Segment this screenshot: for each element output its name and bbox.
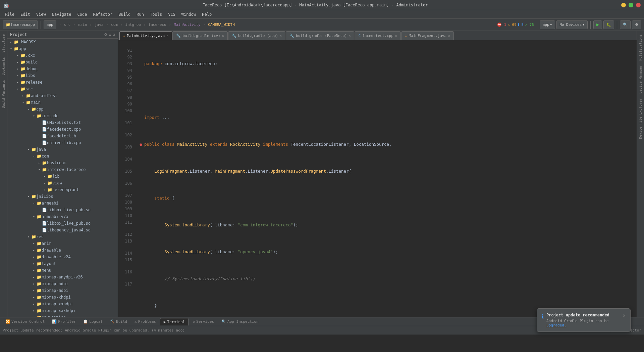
debug-button[interactable]: 🐛 (603, 20, 614, 29)
devices-selector[interactable]: No Devices ▾ (556, 20, 588, 29)
tree-jnilibs[interactable]: ▾ 📁 jniLibs (7, 193, 118, 200)
run-button[interactable]: ▶ (593, 20, 602, 29)
editor-content[interactable]: 91 92 93 94 95 96 97 98 99 100 101 102 1… (118, 40, 637, 317)
bottom-tab-vcs[interactable]: 🔀 Version Control (2, 318, 48, 325)
tree-app[interactable]: ▾ 📁 app (7, 45, 118, 52)
tab-mainactivity-close[interactable]: × (166, 34, 168, 38)
tree-hbstream[interactable]: ▸ 📁 hbstream (7, 160, 118, 166)
tree-libbox-v7a[interactable]: ▸ 📄 libbox_live_pub.so (7, 220, 118, 227)
tab-build-app[interactable]: 🔧 build.gradle (app) × (228, 31, 285, 40)
bottom-tab-logcat[interactable]: 📋 Logcat (80, 318, 106, 325)
tree-com[interactable]: ▾ 📁 com (7, 153, 118, 160)
tree-include[interactable]: ▾ 📁 include (7, 113, 118, 119)
tree-debug[interactable]: ▸ 📁 debug (7, 65, 118, 72)
tree-native-lib[interactable]: ▸ 📄 native-lib.cpp (7, 139, 118, 146)
menu-code[interactable]: Code (75, 11, 90, 17)
bottom-tab-profiler[interactable]: 📊 Profiler (49, 318, 79, 325)
build-label: Build (116, 319, 127, 324)
tree-mipmap-hdpi[interactable]: ▸ 📁 mipmap-hdpi (7, 280, 118, 287)
menu-view[interactable]: View (34, 11, 49, 17)
build-variants-panel-btn[interactable]: Build Variants (1, 78, 6, 110)
tree-menu[interactable]: ▸ 📁 menu (7, 267, 118, 274)
minimize-button[interactable]: ─ (621, 3, 626, 7)
tree-drawable[interactable]: ▸ 📁 drawable (7, 247, 118, 254)
tab-facedetect-cpp-close[interactable]: × (395, 34, 397, 38)
tab-mainfragment-close[interactable]: × (448, 34, 450, 38)
module-selector[interactable]: app (44, 20, 56, 29)
menu-file[interactable]: File (2, 11, 17, 17)
tree-androidtest[interactable]: ▸ 📁 androidTest (7, 92, 118, 99)
tree-mipmap-xxhdpi[interactable]: ▸ 📁 mipmap-xxhdpi (7, 301, 118, 307)
structure-panel-btn[interactable]: Structure (1, 32, 6, 54)
bookmarks-panel-btn[interactable]: Bookmarks (1, 55, 6, 77)
tree-lib[interactable]: ▸ 📁 lib (7, 173, 118, 180)
tab-build-facereco[interactable]: 🔧 build.gradle (FaceReco) × (286, 31, 354, 40)
menu-run[interactable]: Run (134, 11, 147, 17)
tree-intgrow-facereco[interactable]: ▾ 📁 intgrow.facereco (7, 166, 118, 173)
tree-navigation[interactable]: ▸ 📁 navigation (7, 314, 118, 317)
tree-libbox-armeabi[interactable]: ▸ 📄 libbox_live_pub.so (7, 207, 118, 213)
menu-tools[interactable]: Tools (147, 11, 165, 17)
tree-build[interactable]: ▸ 📁 build (7, 59, 118, 65)
tree-mipmap-mdpi[interactable]: ▸ 📁 mipmap-mdpi (7, 287, 118, 294)
tree-res[interactable]: ▾ 📁 res (7, 233, 118, 240)
device-manager-panel-btn[interactable]: Device Manager (638, 63, 643, 95)
bottom-tab-build[interactable]: 🔨 Build (107, 318, 130, 325)
menu-build[interactable]: Build (116, 11, 133, 17)
sync-icon[interactable]: ⟳ (104, 32, 108, 37)
tab-build-app-close[interactable]: × (280, 34, 282, 38)
tree-drawable-v24[interactable]: ▸ 📁 drawable-v24 (7, 254, 118, 260)
tree-cxx[interactable]: ▸ 📁 .cxx (7, 52, 118, 59)
device-file-explorer-panel-btn[interactable]: Device File Explorer (638, 96, 643, 141)
tree-armeabi[interactable]: ▾ 📁 armeabi (7, 200, 118, 207)
folder-app-icon: 📁 (13, 46, 19, 51)
tree-serenegiant[interactable]: ▸ 📁 serenegiant (7, 186, 118, 193)
tab-build-cv-close[interactable]: × (222, 34, 224, 38)
bottom-tab-services[interactable]: ⚙ Services (189, 318, 217, 325)
tree-facedetect-cpp[interactable]: ▸ 📄 facedetect.cpp (7, 126, 118, 133)
bottom-tab-problems[interactable]: ⚠ Problems (131, 318, 159, 325)
menu-navigate[interactable]: Navigate (49, 11, 74, 17)
maximize-button[interactable]: □ (629, 3, 633, 7)
tree-macosx[interactable]: ▸ 📁 .MACOSX (7, 39, 118, 45)
tree-facedetect-h[interactable]: ▸ 📄 facedetect.h (7, 133, 118, 139)
tree-anim[interactable]: ▸ 📁 anim (7, 240, 118, 247)
tree-cpp[interactable]: ▾ 📁 cpp (7, 106, 118, 113)
project-selector[interactable]: 📁 facerecoapp (3, 20, 38, 29)
settings-button[interactable]: ⚙ (632, 20, 641, 29)
tab-mainfragment[interactable]: ☕ MainFragment.java × (401, 31, 454, 40)
tab-facedetect-cpp[interactable]: C facedetect.cpp × (355, 31, 400, 40)
tree-layout[interactable]: ▸ 📁 layout (7, 260, 118, 267)
menu-window[interactable]: Window (179, 11, 199, 17)
collapse-icon[interactable]: ≡ (109, 32, 111, 37)
tree-armeabi-v7a[interactable]: ▾ 📁 armeabi-v7a (7, 213, 118, 220)
tree-src[interactable]: ▾ 📁 src (7, 86, 118, 92)
menu-help[interactable]: Help (199, 11, 214, 17)
tab-build-facereco-close[interactable]: × (348, 34, 351, 38)
tab-mainactivity[interactable]: ☕ MainActivity.java × (119, 31, 172, 40)
tree-view[interactable]: ▸ 📁 view (7, 180, 118, 186)
tree-java[interactable]: ▾ 📁 java (7, 146, 118, 153)
menu-edit[interactable]: Edit (18, 11, 33, 17)
menu-refactor[interactable]: Refactor (90, 11, 115, 17)
tree-libopencv-v7a[interactable]: ▸ 📄 libopencv_java4.so (7, 227, 118, 233)
notification-close-button[interactable]: × (623, 313, 626, 318)
menu-vcs[interactable]: VCS (165, 11, 178, 17)
tab-build-cv[interactable]: 🔧 build.gradle (cv) × (172, 31, 228, 40)
close-button[interactable]: × (636, 3, 641, 7)
tree-libs[interactable]: ▸ 📁 libs (7, 72, 118, 79)
notifications-panel-btn[interactable]: Notifications (638, 32, 643, 62)
code-area[interactable]: package com.intgrow.facereco; import ...… (135, 40, 637, 317)
tree-cmakelists[interactable]: ▸ 📄 CMakeLists.txt (7, 119, 118, 126)
gear-icon[interactable]: ⚙ (113, 32, 115, 37)
bottom-tab-app-inspection[interactable]: 🔍 App Inspection (218, 318, 262, 325)
tree-mipmap-xxxhdpi[interactable]: ▸ 📁 mipmap-xxxhdpi (7, 307, 118, 314)
search-everywhere-button[interactable]: 🔍 (620, 20, 631, 29)
tree-mipmap-anydpi[interactable]: ▸ 📁 mipmap-anydpi-v26 (7, 274, 118, 280)
build-selector[interactable]: app ▾ (540, 20, 555, 29)
bottom-tab-terminal[interactable]: ▶ Terminal (160, 318, 189, 325)
tree-release[interactable]: ▸ 📁 release (7, 79, 118, 86)
notification-link[interactable]: upgraded. (546, 323, 567, 327)
tree-main[interactable]: ▾ 📁 main (7, 99, 118, 106)
tree-mipmap-xhdpi[interactable]: ▸ 📁 mipmap-xhdpi (7, 294, 118, 301)
